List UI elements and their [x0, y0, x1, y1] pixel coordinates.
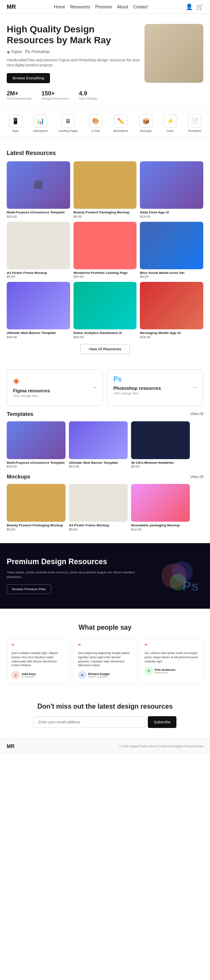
category-mockups[interactable]: 📦 Mockups: [139, 114, 152, 132]
nav-link-premium[interactable]: Premium: [95, 5, 112, 9]
nav-link-home[interactable]: Home: [54, 5, 65, 9]
testimonials-title: What people say: [7, 624, 203, 631]
footer-logo: MR: [7, 744, 15, 749]
nav-logo[interactable]: MR: [7, 3, 16, 10]
mockup-thumb-0: [7, 484, 66, 522]
resource-price-2: $19.00: [140, 215, 203, 218]
footer: MR © 2022 Digital Product Store | Powere…: [0, 738, 210, 754]
template-card-0[interactable]: Multi-Purpose eCommerce Template $29.00: [7, 421, 66, 469]
mockup-price-0: $9.00: [7, 528, 66, 531]
resource-price-6: $49.00: [7, 335, 70, 339]
resource-price-7: $39.00: [74, 335, 137, 339]
nav-link-contact[interactable]: Contact: [133, 5, 147, 9]
premium-text: Premium Design Resources Vitae metus, po…: [7, 557, 148, 594]
category-landing-pages[interactable]: 🖥 Landing Pages: [58, 114, 78, 132]
mockups-icon: 📦: [139, 114, 152, 128]
newsletter-subscribe-button[interactable]: Subscribe: [148, 716, 176, 728]
templates-icon: 📄: [188, 114, 201, 128]
category-illustrations[interactable]: ✏️ Illustrations: [113, 114, 128, 132]
resource-price-5: $8.00: [140, 275, 203, 278]
landing-pages-label: Landing Pages: [58, 129, 78, 132]
stat-rating-number: 4.9: [79, 90, 97, 97]
resource-thumb-8: [140, 282, 203, 329]
stat-resources: 150+ Design Resources: [42, 90, 69, 100]
illustrations-icon: ✏️: [114, 114, 127, 128]
template-card-1[interactable]: Ultimate Web Banner Template $19.00: [69, 421, 128, 469]
resource-name-5: Blue Social Media Icons Set: [140, 271, 203, 275]
category-ui-kits[interactable]: 🎨 UI Kits: [89, 114, 102, 132]
figma-resources-subtitle: 100+ design files: [13, 394, 97, 398]
latest-resources-title: Latest Resources: [7, 150, 203, 156]
user-icon[interactable]: 👤: [186, 3, 193, 10]
newsletter-form: Subscribe: [34, 716, 176, 728]
premium-section: Premium Design Resources Vitae metus, po…: [0, 543, 210, 609]
mockup-card-1[interactable]: A3 Poster Frame Mockup $5.00: [69, 484, 128, 531]
resource-card-1[interactable]: Beauty Product Packaging Mockup $9.00: [74, 161, 137, 218]
testimonials-grid: " Quen sodales volutpat eget. Aliquet ma…: [7, 638, 203, 684]
resource-name-6: Ultimate Web Banner Template: [7, 331, 70, 335]
resource-card-6[interactable]: Ultimate Web Banner Template $49.00: [7, 282, 70, 339]
hero-description: Handcrafted free and premium Figma and P…: [7, 58, 140, 68]
mockup-card-2[interactable]: Resealable packaging Mockup $12.00: [131, 484, 190, 531]
figma-resources-card[interactable]: ◈ Figma resources 100+ design files →: [7, 369, 103, 406]
figma-badge: ◈ Figma: [7, 50, 22, 54]
nav-link-about[interactable]: About: [117, 5, 128, 9]
browse-everything-button[interactable]: Browse Everything: [7, 73, 50, 83]
templates-title: Templates: [7, 411, 33, 417]
resource-card-0[interactable]: ⬛ Multi-Purpose eCommerce Template $29.0…: [7, 161, 70, 218]
mockups-scroll: Beauty Product Packaging Mockup $9.00 A3…: [0, 484, 210, 536]
template-card-2[interactable]: 4k Ultra Minimal Headletter $5.00: [131, 421, 190, 469]
apps-icon: 📱: [9, 114, 22, 128]
browse-premium-button[interactable]: Browse Premium Files: [7, 584, 51, 594]
mockups-title: Mockups: [7, 473, 30, 480]
resources-grid: ⬛ Multi-Purpose eCommerce Template $29.0…: [7, 161, 203, 339]
templates-view-all[interactable]: View All: [190, 412, 203, 416]
view-all-resources-button[interactable]: View All Resources: [80, 344, 130, 354]
mockup-card-0[interactable]: Beauty Product Packaging Mockup $9.00: [7, 484, 66, 531]
resource-thumb-img-0: ⬛: [7, 161, 70, 209]
reviewer-info-2: Pete Anderson Researcher: [155, 668, 175, 674]
resource-thumb-0: ⬛: [7, 161, 70, 209]
template-thumb-0: [7, 421, 66, 459]
resource-card-3[interactable]: A3 Poster Frame Mockup $5.00: [7, 222, 70, 279]
resource-thumb-2: [140, 161, 203, 209]
testimonial-card-1: " Sed adipiscing adipiscing feugiat plat…: [74, 638, 137, 684]
resource-name-2: Daily Food App UI: [140, 210, 203, 215]
figma-resources-title: Figma resources: [13, 388, 97, 393]
reviewer-role-1: Graphic Designer: [88, 675, 110, 678]
resource-card-4[interactable]: Wonderful Portfolio Landing Page $34.00: [74, 222, 137, 279]
reviewer-role-0: UI Designer: [21, 675, 36, 678]
reviewer-1: R Richard Duigan Graphic Designer: [78, 671, 132, 679]
category-dashboard[interactable]: 📊 Dashboard: [33, 114, 47, 132]
nav-link-resources[interactable]: Resources: [70, 5, 90, 9]
template-price-1: $19.00: [69, 465, 128, 468]
mockups-section: Mockups View All Beauty Product Packagin…: [0, 473, 210, 536]
mockup-thumb-2: [131, 484, 190, 522]
quote-icon-1: ": [78, 643, 132, 649]
mockups-header: Mockups View All: [0, 473, 210, 480]
resource-card-5[interactable]: Blue Social Media Icons Set $8.00: [140, 222, 203, 279]
category-templates[interactable]: 📄 Templates: [188, 114, 201, 132]
reviewer-role-2: Researcher: [155, 671, 175, 674]
footer-copyright: © 2022 Digital Product Store | Powered a…: [119, 745, 203, 748]
reviewer-name-2: Pete Anderson: [155, 668, 175, 671]
newsletter-email-input[interactable]: [34, 716, 145, 728]
resource-card-8[interactable]: Messaging Mobile App UI $28.00: [140, 282, 203, 339]
quote-icon-0: ": [11, 643, 66, 649]
resource-card-7[interactable]: Dwem Analytics Dashboard UI $39.00: [74, 282, 137, 339]
category-icons[interactable]: ⚡ Icons: [163, 114, 177, 132]
stat-resources-label: Design Resources: [42, 97, 69, 100]
templates-section: Templates View All Multi-Purpose eCommer…: [0, 411, 210, 474]
cart-icon[interactable]: 🛒: [196, 3, 203, 10]
photoshop-resources-card[interactable]: Ps Photoshop resources 100+ design files…: [107, 369, 203, 406]
premium-description: Vitae metus, porta consella enim rhoncus…: [7, 570, 148, 579]
mockup-price-1: $5.00: [69, 528, 128, 531]
resource-card-2[interactable]: Daily Food App UI $19.00: [140, 161, 203, 218]
nav-icons: 👤 🛒: [186, 3, 203, 10]
category-apps[interactable]: 📱 Apps: [9, 114, 22, 132]
reviewer-info-0: Julia Keys UI Designer: [21, 673, 36, 678]
illustrations-label: Illustrations: [113, 129, 128, 132]
resource-name-3: A3 Poster Frame Mockup: [7, 271, 70, 275]
mockups-view-all[interactable]: View All: [190, 475, 203, 479]
icons-label: Icons: [167, 129, 174, 132]
